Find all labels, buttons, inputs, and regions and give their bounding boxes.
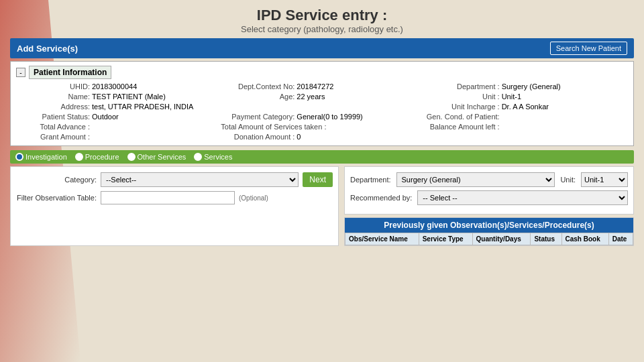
service-tabs: Investigation Procedure Other Services S… xyxy=(10,150,634,164)
bottom-panels: Category: --Select-- Next Filter Observa… xyxy=(10,166,634,246)
patient-status-label: Patient Status: xyxy=(16,113,90,121)
patient-info-section: - Patient Information UHID: 20183000044 … xyxy=(10,61,634,146)
donation-amount-row: Donation Amount : 0 xyxy=(221,132,423,141)
address-row: Address: test, UTTAR PRADESH, INDIA xyxy=(16,102,218,111)
gen-cond-row: Gen. Cond. of Patient: xyxy=(426,112,628,121)
unit-value: Unit-1 xyxy=(502,93,521,101)
radio-other-services xyxy=(127,153,136,161)
recommended-label: Recommended by: xyxy=(350,194,412,202)
right-panel: Department: Surgery (General) Unit: Unit… xyxy=(344,166,634,246)
radio-investigation xyxy=(15,153,23,161)
tab-investigation[interactable]: Investigation xyxy=(15,153,67,161)
radio-procedure xyxy=(75,153,83,161)
payment-category-row: Payment Category: General(0 to 19999) xyxy=(221,112,423,121)
filter-label: Filter Observation Table: xyxy=(16,194,97,202)
col-service-type: Service Type xyxy=(419,233,472,245)
table-header-row: Obs/Service Name Service Type Quantity/D… xyxy=(345,233,633,245)
department-value: Surgery (General) xyxy=(502,82,561,90)
age-row: Age: 22 years xyxy=(221,92,423,101)
unit-label: Unit : xyxy=(426,93,500,101)
address-label: Address: xyxy=(16,103,90,111)
filter-form-row: Filter Observation Table: (Optional) xyxy=(16,191,333,204)
page-title: IPD Service entry : xyxy=(10,7,634,24)
payment-category-value: General(0 to 19999) xyxy=(297,113,362,121)
unit-incharge-row: Unit Incharge : Dr. A A Sonkar xyxy=(426,102,628,111)
recommended-row: Recommended by: -- Select -- xyxy=(350,190,628,205)
total-advance-row: Total Advance : xyxy=(16,122,218,131)
patient-info-header: - Patient Information xyxy=(16,66,628,79)
total-advance-label: Total Advance : xyxy=(16,123,90,131)
department-row: Department : Surgery (General) xyxy=(426,82,628,91)
col-date: Date xyxy=(608,233,633,245)
tab-other-services[interactable]: Other Services xyxy=(127,153,186,161)
title-section: IPD Service entry : Select category (pat… xyxy=(10,7,634,34)
optional-text: (Optional) xyxy=(239,194,268,202)
empty-row-1 xyxy=(221,102,423,111)
empty-row-2 xyxy=(426,132,628,141)
recommended-select[interactable]: -- Select -- xyxy=(417,190,628,205)
unit-right-select[interactable]: Unit-1 xyxy=(581,172,628,187)
tab-procedure-label: Procedure xyxy=(85,153,119,161)
dept-unit-row: Department: Surgery (General) Unit: Unit… xyxy=(350,172,628,187)
unit-incharge-label: Unit Incharge : xyxy=(426,103,500,111)
grant-amount-row: Grant Amount : xyxy=(16,132,218,141)
uhid-label: UHID: xyxy=(16,82,90,90)
tab-procedure[interactable]: Procedure xyxy=(75,153,119,161)
next-button[interactable]: Next xyxy=(303,172,333,187)
patient-info-grid: UHID: 20183000044 Dept.Context No: 20184… xyxy=(16,82,628,141)
name-row: Name: TEST PATIENT (Male) xyxy=(16,92,218,101)
col-obs-service: Obs/Service Name xyxy=(345,233,419,245)
patient-status-value: Outdoor xyxy=(92,113,119,121)
previously-given-section: Previously given Observation(s)/Services… xyxy=(344,217,634,246)
col-quantity: Quantity/Days xyxy=(472,233,531,245)
age-label: Age: xyxy=(221,93,294,101)
donation-amount-label: Donation Amount : xyxy=(221,133,294,141)
search-new-patient-button[interactable]: Search New Patient xyxy=(550,42,627,55)
patient-status-row: Patient Status: Outdoor xyxy=(16,112,218,121)
unit-row: Unit : Unit-1 xyxy=(426,92,628,101)
total-amount-row: Total Amount of Services taken : xyxy=(221,122,423,131)
patient-info-title: Patient Information xyxy=(29,66,111,79)
category-label: Category: xyxy=(16,176,97,184)
balance-amount-row: Balance Amount left : xyxy=(426,122,628,131)
col-status: Status xyxy=(531,233,561,245)
total-amount-label: Total Amount of Services taken : xyxy=(221,123,326,131)
dept-context-row: Dept.Context No: 201847272 xyxy=(221,82,423,91)
tab-services[interactable]: Services xyxy=(194,153,232,161)
payment-category-label: Payment Category: xyxy=(221,113,294,121)
page-subtitle: Select category (pathology, radiology et… xyxy=(10,24,634,34)
tab-other-services-label: Other Services xyxy=(138,153,186,161)
category-form-row: Category: --Select-- Next xyxy=(16,172,333,187)
department-right-select[interactable]: Surgery (General) xyxy=(396,172,555,187)
category-select[interactable]: --Select-- xyxy=(101,172,299,187)
uhid-value: 20183000044 xyxy=(92,82,137,90)
gen-cond-label: Gen. Cond. of Patient: xyxy=(426,113,500,121)
header-bar: Add Service(s) Search New Patient xyxy=(10,38,634,58)
radio-services xyxy=(194,153,202,161)
filter-input[interactable] xyxy=(101,191,235,204)
col-cash-book: Cash Book xyxy=(561,233,608,245)
previously-given-header: Previously given Observation(s)/Services… xyxy=(345,218,633,233)
unit-right-label: Unit: xyxy=(560,176,576,184)
name-value: TEST PATIENT (Male) xyxy=(92,93,166,101)
dept-context-value: 201847272 xyxy=(297,82,333,90)
left-panel: Category: --Select-- Next Filter Observa… xyxy=(10,166,339,246)
dept-context-label: Dept.Context No: xyxy=(221,82,294,90)
uhid-row: UHID: 20183000044 xyxy=(16,82,218,91)
unit-incharge-value: Dr. A A Sonkar xyxy=(502,103,549,111)
tab-investigation-label: Investigation xyxy=(25,153,67,161)
previously-given-table: Obs/Service Name Service Type Quantity/D… xyxy=(345,233,633,245)
tab-services-label: Services xyxy=(204,153,232,161)
grant-amount-label: Grant Amount : xyxy=(16,133,90,141)
age-value: 22 years xyxy=(297,93,325,101)
add-services-label: Add Service(s) xyxy=(17,44,78,54)
department-label: Department : xyxy=(426,82,500,90)
dept-right-label: Department: xyxy=(350,176,391,184)
address-value: test, UTTAR PRADESH, INDIA xyxy=(92,103,193,111)
name-label: Name: xyxy=(16,93,90,101)
collapse-button[interactable]: - xyxy=(16,68,25,77)
donation-amount-value: 0 xyxy=(297,133,301,141)
right-form: Department: Surgery (General) Unit: Unit… xyxy=(344,166,634,215)
balance-amount-label: Balance Amount left : xyxy=(426,123,500,131)
